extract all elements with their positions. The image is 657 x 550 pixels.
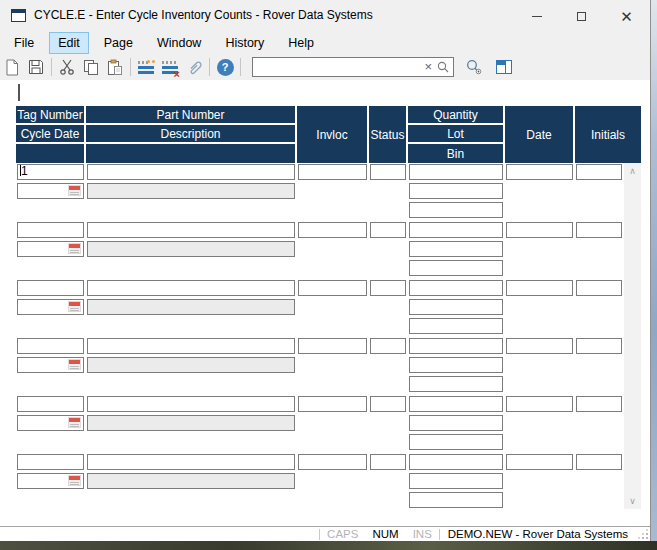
lot-field[interactable]: [409, 473, 503, 489]
paste-button[interactable]: [103, 56, 127, 78]
close-button[interactable]: ✕: [604, 0, 649, 32]
vertical-scrollbar[interactable]: ∧ ∨: [624, 163, 641, 509]
quantity-field[interactable]: [409, 222, 503, 238]
calendar-icon[interactable]: [68, 243, 81, 254]
resize-grip-icon[interactable]: [636, 528, 650, 541]
new-document-button[interactable]: [0, 56, 24, 78]
menu-window[interactable]: Window: [148, 32, 210, 54]
tag-number-field[interactable]: [17, 222, 84, 238]
cycle-date-field[interactable]: [17, 183, 84, 199]
part-number-field[interactable]: [87, 164, 295, 180]
bin-field[interactable]: [409, 260, 503, 276]
initials-field[interactable]: [576, 338, 622, 354]
lot-field[interactable]: [409, 415, 503, 431]
cycle-date-field[interactable]: [17, 299, 84, 315]
cycle-date-field[interactable]: [17, 357, 84, 373]
part-number-field[interactable]: [87, 396, 295, 412]
status-field[interactable]: [370, 454, 406, 470]
date-field[interactable]: [506, 222, 573, 238]
description-cell: [86, 472, 297, 491]
search-icon[interactable]: [436, 60, 450, 74]
calendar-icon[interactable]: [68, 417, 81, 428]
maximize-button[interactable]: [559, 0, 604, 32]
bin-field[interactable]: [409, 202, 503, 218]
invloc-field[interactable]: [298, 222, 367, 238]
layout-button[interactable]: [492, 56, 516, 78]
initials-field[interactable]: [576, 396, 622, 412]
description-cell: [86, 240, 297, 259]
tag-number-field[interactable]: [17, 338, 84, 354]
menu-history[interactable]: History: [216, 32, 273, 54]
tag-number-field[interactable]: [17, 280, 84, 296]
part-number-field[interactable]: [87, 338, 295, 354]
status-field[interactable]: [370, 222, 406, 238]
lot-field[interactable]: [409, 241, 503, 257]
date-cell: [505, 221, 575, 240]
calendar-icon[interactable]: [68, 475, 81, 486]
lot-field[interactable]: [409, 183, 503, 199]
clear-search-icon[interactable]: ×: [420, 58, 436, 76]
scroll-down-icon[interactable]: ∨: [624, 493, 641, 509]
invloc-field[interactable]: [298, 454, 367, 470]
menu-file[interactable]: File: [5, 32, 43, 54]
search-input[interactable]: [253, 59, 420, 75]
bin-field[interactable]: [409, 492, 503, 508]
lot-field[interactable]: [409, 357, 503, 373]
date-field[interactable]: [506, 280, 573, 296]
status-field[interactable]: [370, 396, 406, 412]
lot-field[interactable]: [409, 299, 503, 315]
menu-page[interactable]: Page: [95, 32, 142, 54]
date-field[interactable]: [506, 454, 573, 470]
menu-edit[interactable]: Edit: [49, 32, 89, 54]
date-cell: [505, 395, 575, 414]
tag-number-field[interactable]: [17, 454, 84, 470]
invloc-field[interactable]: [298, 280, 367, 296]
quantity-field[interactable]: [409, 454, 503, 470]
tag-number-field[interactable]: [17, 396, 84, 412]
cycle-date-field[interactable]: [17, 241, 84, 257]
tag-number-cell: [16, 337, 86, 356]
bin-field[interactable]: [409, 376, 503, 392]
status-field[interactable]: [370, 280, 406, 296]
delete-row-button[interactable]: ×: [158, 56, 182, 78]
cut-button[interactable]: [55, 56, 79, 78]
help-button[interactable]: ?: [213, 56, 237, 78]
quantity-field[interactable]: [409, 164, 503, 180]
initials-field[interactable]: [576, 280, 622, 296]
insert-row-button[interactable]: [134, 56, 158, 78]
part-number-field[interactable]: [87, 280, 295, 296]
invloc-field[interactable]: [298, 164, 367, 180]
bin-field[interactable]: [409, 318, 503, 334]
part-number-field[interactable]: [87, 222, 295, 238]
quantity-field[interactable]: [409, 396, 503, 412]
save-button[interactable]: [24, 56, 48, 78]
copy-button[interactable]: [79, 56, 103, 78]
lookup-button[interactable]: [462, 56, 486, 78]
cycle-date-field[interactable]: [17, 415, 84, 431]
quantity-field[interactable]: [409, 280, 503, 296]
scroll-up-icon[interactable]: ∧: [624, 163, 641, 179]
initials-field[interactable]: [576, 164, 622, 180]
date-field[interactable]: [506, 396, 573, 412]
tag-number-cell: [16, 221, 86, 240]
minimize-button[interactable]: [514, 0, 559, 32]
date-field[interactable]: [506, 164, 573, 180]
quantity-field[interactable]: [409, 338, 503, 354]
initials-field[interactable]: [576, 454, 622, 470]
status-field[interactable]: [370, 164, 406, 180]
cycle-date-cell: [16, 472, 86, 491]
initials-field[interactable]: [576, 222, 622, 238]
part-number-field[interactable]: [87, 454, 295, 470]
status-field[interactable]: [370, 338, 406, 354]
cycle-date-field[interactable]: [17, 473, 84, 489]
invloc-field[interactable]: [298, 396, 367, 412]
tag-number-field[interactable]: 1: [17, 164, 84, 180]
calendar-icon[interactable]: [68, 185, 81, 196]
bin-field[interactable]: [409, 434, 503, 450]
calendar-icon[interactable]: [68, 359, 81, 370]
date-field[interactable]: [506, 338, 573, 354]
calendar-icon[interactable]: [68, 301, 81, 312]
invloc-field[interactable]: [298, 338, 367, 354]
menu-help[interactable]: Help: [279, 32, 323, 54]
attachment-button[interactable]: [182, 56, 206, 78]
